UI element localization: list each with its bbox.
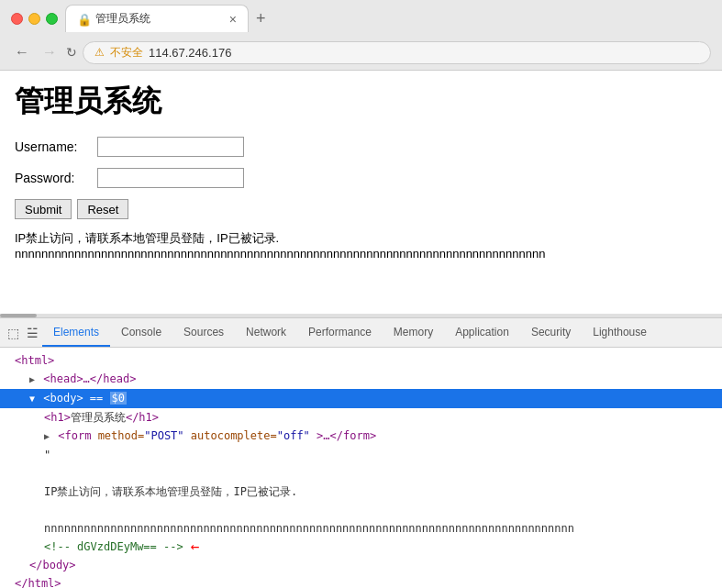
- devtools-content: <html> ▶ <head>…</head> ▼ <body> == $0 <…: [0, 348, 722, 588]
- devtools-inspect-icon[interactable]: ⬚: [4, 322, 23, 344]
- minimize-button[interactable]: [28, 13, 40, 25]
- toggle-body-icon: ▼: [29, 394, 35, 404]
- maximize-button[interactable]: [46, 13, 58, 25]
- button-row: Submit Reset: [15, 199, 707, 219]
- form-autocomplete-value: "off": [277, 429, 310, 442]
- comment-text: <!-- dGVzdDEyMw== -->: [44, 538, 183, 555]
- tab-title: 管理员系统: [95, 11, 224, 27]
- code-line-form[interactable]: ▶ <form method="POST" autocomplete="off"…: [0, 427, 722, 446]
- html-close-tag: </html>: [15, 577, 61, 588]
- code-line-body[interactable]: ▼ <body> == $0: [0, 389, 722, 408]
- form-tag: <form: [58, 429, 97, 442]
- devtools-device-icon[interactable]: ☱: [23, 322, 42, 344]
- title-bar: 🔒 管理员系统 × +: [0, 0, 722, 37]
- code-line-h1[interactable]: <h1>管理员系统</h1>: [0, 408, 722, 427]
- tab-security[interactable]: Security: [520, 318, 582, 347]
- html-tag: <html>: [15, 354, 54, 367]
- tab-console[interactable]: Console: [110, 318, 172, 347]
- devtools-panel: ⬚ ☱ Elements Console Sources Network Per…: [0, 317, 722, 588]
- code-line-quote: ": [0, 446, 722, 464]
- close-button[interactable]: [11, 13, 23, 25]
- traffic-lights: [11, 13, 58, 25]
- tab-close-icon[interactable]: ×: [229, 13, 237, 26]
- forward-button[interactable]: →: [39, 42, 61, 62]
- body-close-tag: </body>: [29, 559, 76, 571]
- h1-tag: <h1>: [44, 411, 71, 424]
- code-line-blank2: [0, 501, 722, 519]
- code-line-nnn: nnnnnnnnnnnnnnnnnnnnnnnnnnnnnnnnnnnnnnnn…: [0, 519, 722, 538]
- tab-performance[interactable]: Performance: [297, 318, 383, 347]
- dollar-zero: $0: [110, 392, 127, 405]
- page-title: 管理员系统: [15, 82, 707, 122]
- username-row: Username:: [15, 137, 707, 157]
- username-label: Username:: [15, 139, 97, 154]
- browser-chrome: 🔒 管理员系统 × + ← → ↻ ⚠ 不安全 114.67.246.176: [0, 0, 722, 71]
- address-box[interactable]: ⚠ 不安全 114.67.246.176: [83, 41, 711, 64]
- quote-text: ": [44, 449, 50, 461]
- form-method-attr: method=: [98, 429, 145, 442]
- new-tab-button[interactable]: +: [249, 6, 273, 32]
- password-row: Password:: [15, 168, 707, 188]
- code-line-html: <html>: [0, 351, 722, 370]
- tab-sources[interactable]: Sources: [172, 318, 235, 347]
- address-text: 114.67.246.176: [149, 46, 231, 60]
- username-input[interactable]: [97, 137, 244, 157]
- body-tag: <body>: [43, 392, 83, 405]
- tab-lighthouse[interactable]: Lighthouse: [582, 318, 658, 347]
- code-line-blank1: [0, 464, 722, 483]
- password-label: Password:: [15, 171, 97, 185]
- head-tag: <head>…</head>: [43, 372, 136, 385]
- code-line-warning: IP禁止访问，请联系本地管理员登陆，IP已被记录.: [0, 483, 722, 501]
- h1-close-tag: </h1>: [126, 411, 159, 424]
- reset-button[interactable]: Reset: [77, 199, 128, 219]
- body-eq: ==: [90, 392, 110, 405]
- devtools-toolbar: ⬚ ☱ Elements Console Sources Network Per…: [0, 318, 722, 348]
- security-warning-icon: ⚠: [94, 46, 105, 59]
- nnn-code-text: nnnnnnnnnnnnnnnnnnnnnnnnnnnnnnnnnnnnnnnn…: [44, 522, 574, 535]
- nnn-text: nnnnnnnnnnnnnnnnnnnnnnnnnnnnnnnnnnnnnnnn…: [15, 247, 707, 261]
- tab-network[interactable]: Network: [235, 318, 297, 347]
- tab-bar: 🔒 管理员系统 × +: [65, 5, 711, 32]
- security-text: 不安全: [110, 45, 143, 61]
- toggle-form-icon: ▶: [44, 431, 50, 441]
- browser-tab[interactable]: 🔒 管理员系统 ×: [65, 5, 249, 32]
- code-line-html-close: </html>: [0, 574, 722, 588]
- tab-memory[interactable]: Memory: [383, 318, 444, 347]
- form-method-value: "POST": [144, 429, 183, 442]
- warning-text: IP禁止访问，请联系本地管理员登陆，IP已被记录.: [15, 230, 707, 247]
- address-bar: ← → ↻ ⚠ 不安全 114.67.246.176: [0, 37, 722, 70]
- h1-text: 管理员系统: [71, 411, 126, 424]
- tab-elements[interactable]: Elements: [42, 318, 110, 347]
- tab-application[interactable]: Application: [444, 318, 520, 347]
- form-tag-close: >…</form>: [317, 429, 376, 442]
- toggle-head-icon: ▶: [29, 374, 35, 384]
- form-autocomplete-attr: autocomplete=: [191, 429, 277, 442]
- warning-code-text: IP禁止访问，请联系本地管理员登陆，IP已被记录.: [44, 485, 297, 498]
- tab-favicon-icon: 🔒: [77, 13, 90, 26]
- page-content: 管理员系统 Username: Password: Submit Reset I…: [0, 71, 722, 314]
- red-arrow-icon: ←: [191, 538, 200, 555]
- devtools-tabs: Elements Console Sources Network Perform…: [42, 318, 658, 347]
- code-line-body-close: </body>: [0, 556, 722, 574]
- code-line-head[interactable]: ▶ <head>…</head>: [0, 370, 722, 389]
- reload-button[interactable]: ↻: [66, 45, 77, 60]
- password-input[interactable]: [97, 168, 244, 188]
- submit-button[interactable]: Submit: [15, 199, 72, 219]
- back-button[interactable]: ←: [11, 42, 33, 62]
- code-line-comment: <!-- dGVzdDEyMw== --> ←: [0, 538, 722, 556]
